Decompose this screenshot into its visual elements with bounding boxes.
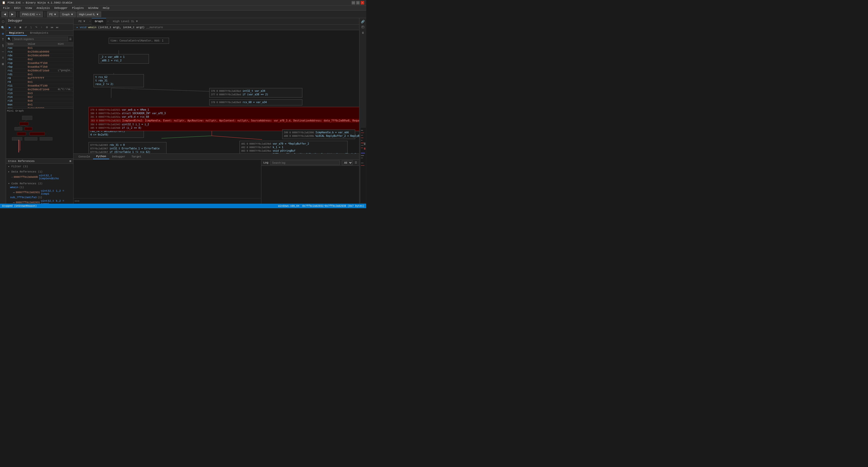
menu-window[interactable]: Window [86, 6, 100, 10]
tab-debugger-bottom[interactable]: Debugger [109, 154, 128, 159]
search-sidebar-icon[interactable]: 🔍 [0, 25, 5, 30]
register-menu-icon[interactable]: ☰ [69, 37, 72, 41]
back-button[interactable]: ◀ [1, 11, 8, 17]
pe-view-button[interactable]: PE ▼ [47, 11, 59, 17]
maximize-button[interactable]: □ [356, 1, 360, 4]
title-bar-controls[interactable]: — □ × [352, 1, 364, 4]
right-split-icon[interactable]: ⧠ [361, 25, 366, 30]
code-refs-title[interactable]: ▾ Code References (2) [8, 181, 71, 186]
menu-view[interactable]: View [23, 6, 34, 10]
svg-line-10 [18, 125, 24, 127]
symbols-icon[interactable]: § [0, 43, 5, 48]
menu-analysis[interactable]: Analysis [34, 6, 52, 10]
register-hint [58, 65, 72, 68]
close-button[interactable]: × [361, 1, 364, 4]
tab-target[interactable]: Target [128, 154, 145, 159]
menu-debugger[interactable]: Debugger [52, 6, 70, 10]
svg-rect-3 [25, 127, 32, 130]
hl-arrow: ▼ [96, 13, 99, 16]
graph-view-button[interactable]: Graph ▼ [60, 11, 75, 17]
stop-button[interactable]: ⏹ [18, 25, 23, 29]
register-name: rax [7, 46, 28, 50]
tab-pe[interactable]: PE ▼ [75, 18, 88, 25]
debug-icon[interactable]: ⚙ [0, 31, 5, 36]
step-into-button[interactable]: ⤵ [29, 25, 33, 29]
tab-graph[interactable]: Graph [92, 18, 106, 25]
log-menu-icon[interactable]: ☰ [354, 161, 357, 164]
register-row[interactable]: r120x2508cd71640&L"C:\\Windows\\Syst [6, 88, 73, 92]
run-button[interactable]: ▶ [7, 25, 12, 29]
code-line-1: time: ConsoleControlHandler, Add: 1 [111, 39, 167, 42]
rewind-button[interactable]: ⏮ [50, 25, 54, 29]
register-row[interactable]: rax0x1 [6, 46, 73, 50]
code-refs-section: ▾ Code References (2) wmain (1) ↤ 00007f… [6, 181, 73, 204]
sub-label: sub_7ff6c2a81fa3 [10, 196, 37, 199]
menu-file[interactable]: File [1, 6, 11, 10]
console-input-field[interactable] [81, 199, 260, 203]
register-row[interactable]: eax0x1 [6, 103, 73, 106]
log-filter-select[interactable]: All [342, 160, 353, 165]
register-row[interactable]: rdx0x2588cab0000 [6, 54, 73, 58]
register-row[interactable]: rbp0xaa0ba7f2b0 [6, 65, 73, 69]
right-link-icon[interactable]: 🔗 [361, 19, 366, 24]
xref-code-item-1[interactable]: ↤ 00007ff6c2a82931 uint32_t i_2 = IcmpS [8, 189, 71, 196]
register-row[interactable]: r80xffffffff [6, 76, 73, 80]
tab-python[interactable]: Python [93, 154, 109, 159]
graph-area[interactable]: time: ConsoleControlHandler, Add: 1 _2 =… [73, 30, 359, 153]
ping-plus[interactable]: + [39, 13, 40, 16]
tab-breakpoints[interactable]: Breakpoints [27, 31, 51, 36]
register-row[interactable]: r110xaa0ba7f190 [6, 84, 73, 88]
minimize-button[interactable]: — [352, 1, 355, 4]
register-row[interactable]: rsp0xaa0ba7f1b0 [6, 61, 73, 65]
svg-rect-33 [361, 145, 364, 146]
types-icon[interactable]: T [0, 37, 5, 42]
tab-hl[interactable]: High Level IL ▼ [110, 18, 141, 25]
settings-button[interactable]: ⚙ [44, 25, 49, 29]
xref-code-item-2[interactable]: ↤ 00007ff6c2a82931 uint32_t k_2 = IcmpS [8, 199, 71, 204]
menu-edit[interactable]: Edit [12, 6, 23, 10]
right-layout-icon[interactable]: ≣ [361, 30, 366, 35]
tab-registers[interactable]: Registers [6, 31, 27, 36]
ping-close[interactable]: × [36, 13, 38, 16]
expand-cross-refs-icon[interactable]: ⊞ [69, 159, 71, 163]
tab-console[interactable]: Console [75, 154, 93, 159]
block-401-content: 401 0 00007ff6c2a829b0 var_a70 = *ReplyB… [240, 141, 347, 153]
register-row[interactable]: rcx0x2588cab0000 [6, 50, 73, 54]
data-refs-title[interactable]: ▸ Data References (1) [8, 169, 71, 174]
code-401-4: 404 0 00007ff6c2a829be PSTR rax_76 = Ine… [241, 153, 346, 153]
mini-graph-canvas[interactable] [7, 114, 72, 156]
register-row[interactable]: r130x3 [6, 92, 73, 95]
console-prompt-bar[interactable]: >>> [73, 198, 261, 204]
stack-icon[interactable]: ≡ [0, 55, 5, 60]
register-row[interactable]: r150x0 [6, 99, 73, 103]
xref-code-sub[interactable]: sub_7ff6c2a81fa3 (1) [8, 196, 71, 199]
code-refs-label: Code References [11, 182, 36, 185]
step-out-button[interactable]: ↑ [39, 25, 44, 29]
nav-icon[interactable]: ⬡ [0, 19, 5, 24]
title-bar-title: PING.EXE — Binary Ninja 4.1.5902-Stable [7, 1, 72, 4]
step-over-button[interactable]: ↷ [34, 25, 38, 29]
register-search-input[interactable] [12, 37, 68, 41]
pause-button[interactable]: ⏸ [13, 25, 18, 29]
register-row[interactable]: rdi0x1 [6, 73, 73, 76]
register-row[interactable]: r90x1 [6, 80, 73, 84]
xref-code-wmain[interactable]: wmain (1) [8, 186, 71, 189]
hl-view-button[interactable]: High Level IL ▼ [77, 11, 101, 17]
strings-icon[interactable]: ▤ [0, 61, 5, 66]
register-row[interactable]: r140x2 [6, 95, 73, 99]
svg-rect-39 [361, 158, 363, 158]
xrefs-icon[interactable]: ↔ [0, 49, 5, 54]
menu-help[interactable]: Help [101, 6, 112, 10]
filter-label[interactable]: ▸ Filter (3) [8, 164, 71, 168]
block-401: 401 0 00007ff6c2a829b0 var_a70 = *ReplyB… [240, 141, 348, 153]
restart-button[interactable]: ↺ [23, 25, 28, 29]
fast-forward-button[interactable]: ⏭ [55, 25, 60, 29]
register-value: 0x1 [28, 81, 58, 84]
log-search-input[interactable] [270, 160, 340, 165]
register-row[interactable]: rsi0x2588cd716a0L"google.com" [6, 69, 73, 73]
forward-button[interactable]: ▶ [9, 11, 16, 17]
xref-data-item-1[interactable]: → 00007ff6c2a8a0d0 uint32_t IcmpSendEcho [8, 174, 71, 180]
ping-tab[interactable]: PING.EXE × + [20, 11, 43, 17]
menu-plugins[interactable]: Plugins [70, 6, 86, 10]
register-row[interactable]: rbx0x2 [6, 58, 73, 61]
